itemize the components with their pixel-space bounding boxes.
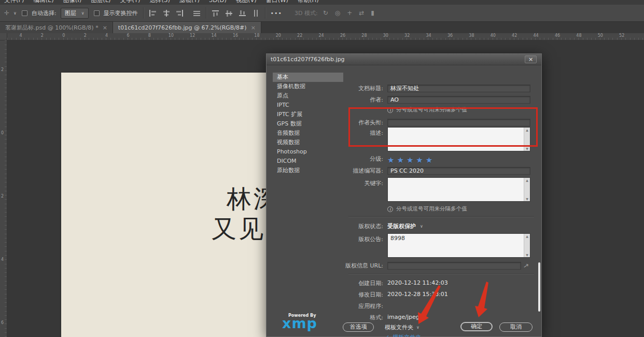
- category-item[interactable]: 原始数据: [273, 166, 343, 175]
- doc-title-label: 文档标题:: [343, 85, 387, 92]
- ruler-tick-label: 34: [426, 33, 431, 38]
- ruler-tick-label: 6: [1, 320, 4, 325]
- category-item[interactable]: IPTC: [273, 101, 343, 110]
- star-icon[interactable]: ★: [426, 156, 432, 165]
- dialog-scrollbar[interactable]: [538, 262, 540, 312]
- category-item[interactable]: IPTC 扩展: [273, 110, 343, 119]
- 3d-slide-icon[interactable]: ⇄: [359, 10, 364, 17]
- category-item[interactable]: 视频数据: [273, 138, 343, 147]
- scroll-up-icon[interactable]: ▲: [526, 234, 528, 238]
- writer-input[interactable]: PS CC 2020: [387, 167, 530, 175]
- category-item[interactable]: GPS 数据: [273, 119, 343, 129]
- menu-item[interactable]: 滤镜(T): [179, 0, 200, 4]
- ruler-tick-label: 4: [1, 257, 4, 262]
- align-horizontal-center-icon[interactable]: [162, 10, 170, 17]
- tab-title: t01c61cd207f7626fbb.jpg @ 67.2%(RGB/8#): [118, 24, 247, 31]
- copyright-status-dropdown[interactable]: 受版权保护 ∨: [387, 222, 423, 230]
- template-folder-menu-item[interactable]: ✓ 模板文件夹: [385, 333, 421, 337]
- close-icon[interactable]: ×: [103, 24, 107, 31]
- dialog-close-button[interactable]: ×: [525, 55, 537, 63]
- category-item[interactable]: 基本: [273, 73, 343, 82]
- star-icon[interactable]: ★: [407, 156, 413, 165]
- separator: [143, 7, 144, 19]
- ruler-tick-label: 22: [297, 33, 302, 38]
- scrollbar[interactable]: ▲ ▼: [524, 178, 530, 201]
- align-left-icon[interactable]: [149, 10, 157, 17]
- ruler-tick-label: 28: [361, 33, 367, 38]
- template-folder-label: 模板文件夹: [385, 324, 413, 331]
- star-icon[interactable]: ★: [397, 156, 403, 165]
- copyright-notice-textarea[interactable]: 8998 ▲ ▼: [387, 233, 530, 258]
- category-item[interactable]: 摄像机数据: [273, 82, 343, 91]
- category-item[interactable]: 原点: [273, 91, 343, 101]
- close-icon[interactable]: ×: [251, 24, 256, 31]
- copyright-status-value: 受版权保护: [387, 222, 416, 230]
- copyright-url-input[interactable]: [387, 262, 521, 270]
- scroll-down-icon[interactable]: ▼: [526, 147, 528, 150]
- scroll-up-icon[interactable]: ▲: [526, 178, 528, 182]
- scrollbar[interactable]: ▲ ▼: [524, 234, 530, 257]
- align-top-icon[interactable]: [212, 10, 219, 17]
- auto-select-checkbox[interactable]: [22, 10, 27, 16]
- hint-text: 分号或逗号可用来分隔多个值: [396, 205, 467, 213]
- go-to-url-icon[interactable]: →: [522, 261, 531, 271]
- keywords-textarea[interactable]: ▲ ▼: [387, 177, 530, 202]
- ruler-tick-label: 50: [598, 33, 603, 38]
- ruler-tick-label: 40: [491, 33, 496, 38]
- show-transform-label: 显示变换控件: [104, 9, 138, 17]
- menu-item[interactable]: 图层(L): [91, 0, 110, 4]
- tab-title: 茗谢新品标.psd @ 100%(RGB/8) *: [5, 24, 99, 32]
- ruler-tick-label: 8: [148, 33, 151, 38]
- author-input[interactable]: AO: [387, 96, 530, 104]
- align-bottom-icon[interactable]: [239, 10, 246, 17]
- preferences-button[interactable]: 首选项: [343, 322, 374, 332]
- dialog-title-bar[interactable]: t01c61cd207f7626fbb.jpg: [267, 54, 541, 65]
- scroll-down-icon[interactable]: ▼: [526, 253, 528, 257]
- menu-item[interactable]: 图像(I): [63, 0, 81, 4]
- distribute-horizontal-icon[interactable]: [193, 10, 201, 17]
- 3d-pan-icon[interactable]: +: [347, 10, 352, 17]
- 3d-camera-icon[interactable]: ▮: [371, 10, 374, 17]
- modified-date-label: 修改日期:: [343, 291, 387, 299]
- cancel-button[interactable]: 取消: [499, 322, 533, 332]
- ruler-tick-label: 2: [41, 33, 44, 38]
- chevron-down-icon: ∨: [420, 224, 423, 229]
- ruler-tick-label: 48: [576, 33, 581, 38]
- category-item[interactable]: DICOM: [273, 157, 343, 166]
- menu-item[interactable]: 编辑(E): [34, 0, 54, 4]
- menu-item[interactable]: 帮助(H): [298, 0, 319, 4]
- align-right-icon[interactable]: [176, 10, 184, 17]
- show-transform-checkbox[interactable]: [94, 10, 100, 16]
- separator: [265, 7, 265, 19]
- menu-item[interactable]: 文字(Y): [120, 0, 141, 4]
- scroll-down-icon[interactable]: ▼: [526, 197, 528, 201]
- 3d-orbit-icon[interactable]: ↻: [323, 10, 328, 17]
- auto-select-dropdown[interactable]: 图层 ∨: [61, 8, 89, 19]
- move-tool-preset-icon[interactable]: ✛: [4, 10, 9, 17]
- category-item[interactable]: Photoshop: [273, 147, 343, 157]
- menu-item[interactable]: 3D(D): [209, 0, 227, 4]
- rating-stars[interactable]: ★★★★★: [387, 155, 435, 165]
- distribute-vertical-icon[interactable]: [252, 10, 260, 17]
- ruler-tick-label: 2: [84, 33, 87, 38]
- ok-button[interactable]: 确定: [460, 322, 493, 331]
- auto-select-label: 自动选择:: [32, 9, 57, 17]
- template-folder-button[interactable]: 模板文件夹 ∨: [385, 324, 419, 331]
- star-icon[interactable]: ★: [416, 156, 423, 165]
- 3d-roll-icon[interactable]: ◎: [335, 10, 340, 17]
- menu-item[interactable]: 文件(F): [4, 0, 24, 4]
- doc-title-input[interactable]: 林深不知处: [387, 85, 530, 92]
- document-tab-active[interactable]: t01c61cd207f7626fbb.jpg @ 67.2%(RGB/8#) …: [113, 22, 261, 33]
- ruler-tick-label: 2: [1, 67, 4, 72]
- more-options-icon[interactable]: •••: [271, 10, 282, 17]
- category-item[interactable]: 音频数据: [273, 129, 343, 138]
- star-icon[interactable]: ★: [387, 156, 394, 165]
- menu-item[interactable]: 视图(V): [236, 0, 257, 4]
- menu-item[interactable]: 选择(S): [150, 0, 170, 4]
- menu-item[interactable]: 窗口(W): [266, 0, 288, 4]
- ruler-tick-label: 44: [534, 33, 539, 38]
- align-vertical-center-icon[interactable]: [225, 10, 233, 17]
- document-tab[interactable]: 茗谢新品标.psd @ 100%(RGB/8) * ×: [0, 22, 113, 33]
- ruler-tick-label: 36: [447, 33, 453, 38]
- ruler-tick-label: 30: [383, 33, 388, 38]
